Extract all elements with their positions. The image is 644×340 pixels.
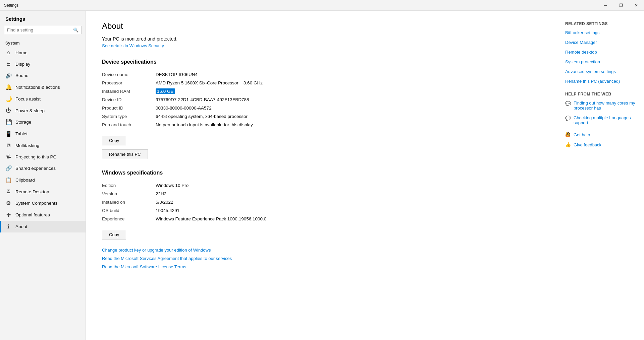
remote-desktop-link[interactable]: Remote desktop [565, 50, 636, 55]
search-box[interactable]: 🔍 [4, 26, 82, 34]
edition-value: Windows 10 Pro [156, 181, 541, 190]
processor-label: Processor [102, 79, 156, 87]
titlebar: Settings ─ ❐ ✕ [0, 0, 644, 11]
ram-label: Installed RAM [102, 87, 156, 95]
device-specs-table: Device name DESKTOP-IG06UN4 Processor AM… [102, 70, 541, 129]
table-row: Processor AMD Ryzen 5 1600X Six-Core Pro… [102, 79, 541, 87]
rename-advanced-link[interactable]: Rename this PC (advanced) [565, 79, 636, 84]
sidebar-label-tablet: Tablet [15, 131, 28, 136]
ms-license-link[interactable]: Read the Microsoft Software License Term… [102, 264, 541, 269]
window-controls: ─ ❐ ✕ [598, 0, 644, 11]
main-content: About Your PC is monitored and protected… [86, 11, 557, 340]
experience-label: Experience [102, 215, 156, 223]
about-icon: ℹ [5, 223, 11, 230]
installed-on-label: Installed on [102, 198, 156, 206]
device-specs-title: Device specifications [102, 59, 541, 65]
sidebar-item-focus[interactable]: 🌙 Focus assist [0, 93, 86, 105]
ram-value: 16.0 GB [156, 87, 541, 95]
sidebar-item-clipboard[interactable]: 📋 Clipboard [0, 174, 86, 186]
copy-device-specs-button[interactable]: Copy [102, 136, 126, 145]
optional-icon: ✚ [5, 212, 11, 218]
advanced-settings-link[interactable]: Advanced system settings [565, 69, 636, 74]
help-link-row-2: 💬 Checking multiple Languages support [565, 115, 636, 125]
sidebar-item-remote[interactable]: 🖥 Remote Desktop [0, 186, 86, 197]
os-build-value: 19045.4291 [156, 206, 541, 215]
give-feedback-row: 👍 Give feedback [565, 142, 636, 147]
get-help-icon: 🙋 [565, 132, 571, 137]
ms-services-link[interactable]: Read the Microsoft Services Agreement th… [102, 256, 541, 261]
help-link-2[interactable]: Checking multiple Languages support [574, 115, 636, 125]
sidebar-label-remote: Remote Desktop [15, 189, 49, 194]
sidebar-item-projecting[interactable]: 📽 Projecting to this PC [0, 151, 86, 162]
table-row: Edition Windows 10 Pro [102, 181, 541, 190]
related-settings-title: Related settings [565, 21, 636, 26]
device-manager-link[interactable]: Device Manager [565, 40, 636, 45]
sidebar-label-storage: Storage [15, 120, 31, 125]
sidebar-label-home: Home [15, 50, 28, 55]
device-id-label: Device ID [102, 95, 156, 104]
home-icon: ⌂ [5, 50, 11, 56]
table-row: Version 22H2 [102, 190, 541, 198]
app-container: Settings 🔍 System ⌂ Home 🖥 Display 🔊 Sou… [0, 11, 644, 340]
sidebar-item-multitasking[interactable]: ⧉ Multitasking [0, 140, 86, 151]
sidebar-label-shared: Shared experiences [15, 166, 56, 171]
system-type-label: System type [102, 112, 156, 121]
sidebar-item-storage[interactable]: 💾 Storage [0, 116, 86, 128]
sidebar-label-about: About [15, 224, 27, 229]
sidebar-item-tablet[interactable]: 📱 Tablet [0, 128, 86, 140]
minimize-button[interactable]: ─ [598, 0, 613, 11]
table-row: OS build 19045.4291 [102, 206, 541, 215]
device-name-value: DESKTOP-IG06UN4 [156, 70, 541, 79]
sidebar-item-notifications[interactable]: 🔔 Notifications & actions [0, 81, 86, 93]
ram-highlight: 16.0 GB [156, 88, 175, 94]
feedback-section: 🙋 Get help 👍 Give feedback [565, 132, 636, 147]
windows-specs-title: Windows specifications [102, 170, 541, 176]
os-build-label: OS build [102, 206, 156, 215]
storage-icon: 💾 [5, 119, 11, 125]
help-link-row-1: 💬 Finding out how many cores my processo… [565, 100, 636, 111]
bitlocker-link[interactable]: BitLocker settings [565, 30, 636, 35]
sidebar-item-system-components[interactable]: ⚙ System Components [0, 197, 86, 209]
copy-windows-specs-button[interactable]: Copy [102, 230, 126, 240]
device-name-label: Device name [102, 70, 156, 79]
help-link-1[interactable]: Finding out how many cores my processor … [574, 100, 636, 111]
sidebar-item-about[interactable]: ℹ About [0, 221, 86, 232]
right-panel: Related settings BitLocker settings Devi… [557, 11, 644, 340]
experience-value: Windows Feature Experience Pack 1000.190… [156, 215, 541, 223]
system-section-label: System [0, 38, 86, 47]
rename-pc-button[interactable]: Rename this PC [102, 149, 148, 159]
table-row: Installed RAM 16.0 GB [102, 87, 541, 95]
pen-touch-value: No pen or touch input is available for t… [156, 121, 541, 129]
change-key-link[interactable]: Change product key or upgrade your editi… [102, 248, 541, 253]
give-feedback-link[interactable]: Give feedback [574, 142, 601, 147]
pen-touch-label: Pen and touch [102, 121, 156, 129]
sidebar-label-system-components: System Components [15, 201, 57, 206]
search-input[interactable] [7, 27, 73, 32]
windows-specs-table: Edition Windows 10 Pro Version 22H2 Inst… [102, 181, 541, 223]
device-id-value: 975769D7-22D1-4CBD-BAA7-492F13FBD788 [156, 95, 541, 104]
get-help-row: 🙋 Get help [565, 132, 636, 137]
restore-button[interactable]: ❐ [613, 0, 629, 11]
system-components-icon: ⚙ [5, 200, 11, 206]
sidebar-label-focus: Focus assist [15, 96, 41, 101]
page-title: About [102, 21, 541, 31]
sidebar-item-power[interactable]: ⏻ Power & sleep [0, 105, 86, 116]
sidebar-item-sound[interactable]: 🔊 Sound [0, 70, 86, 81]
question-icon-1: 💬 [565, 101, 571, 106]
focus-icon: 🌙 [5, 96, 11, 102]
search-icon: 🔍 [73, 27, 78, 32]
sidebar: Settings 🔍 System ⌂ Home 🖥 Display 🔊 Sou… [0, 11, 86, 340]
sidebar-label-display: Display [15, 62, 30, 67]
sidebar-item-optional[interactable]: ✚ Optional features [0, 209, 86, 221]
sidebar-label-optional: Optional features [15, 212, 50, 217]
clipboard-icon: 📋 [5, 177, 11, 183]
close-button[interactable]: ✕ [629, 0, 644, 11]
system-protection-link[interactable]: System protection [565, 59, 636, 64]
sidebar-item-shared[interactable]: 🔗 Shared experiences [0, 162, 86, 174]
get-help-link[interactable]: Get help [574, 132, 590, 137]
see-details-link[interactable]: See details in Windows Security [102, 43, 164, 48]
product-id-label: Product ID [102, 104, 156, 112]
app-title: Settings [4, 3, 18, 8]
sidebar-item-home[interactable]: ⌂ Home [0, 47, 86, 58]
sidebar-item-display[interactable]: 🖥 Display [0, 58, 86, 70]
